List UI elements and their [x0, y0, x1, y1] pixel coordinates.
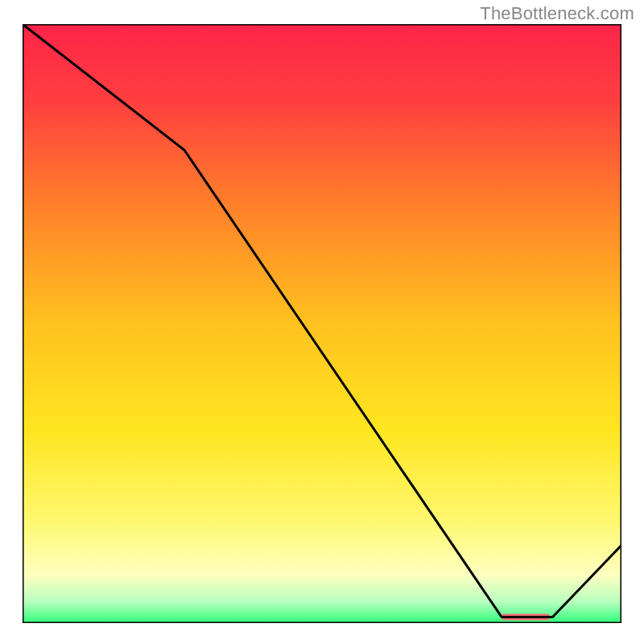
chart-area — [23, 24, 621, 623]
chart-svg — [23, 24, 621, 623]
watermark-text: TheBottleneck.com — [480, 3, 634, 24]
chart-background — [23, 24, 621, 623]
